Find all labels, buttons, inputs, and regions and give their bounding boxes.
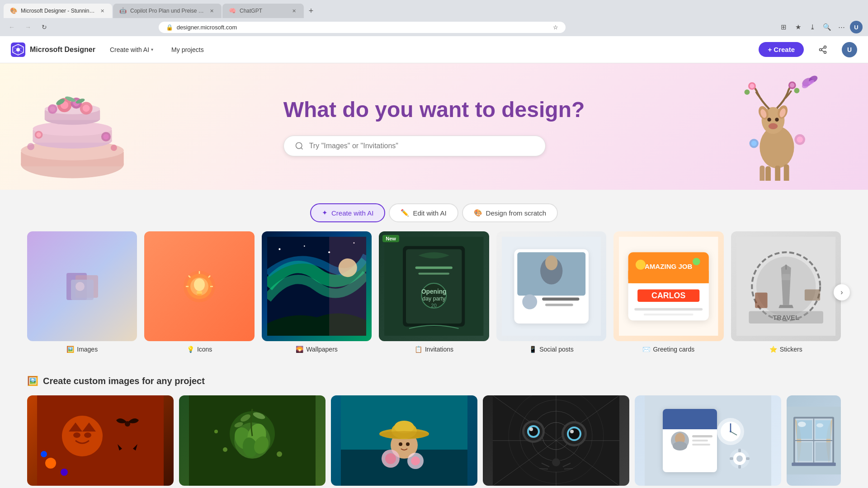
share-icon-button[interactable]	[815, 42, 831, 58]
svg-point-173	[529, 427, 533, 431]
svg-line-10	[821, 47, 824, 49]
nav-create-with-ai[interactable]: Create with AI ▾	[106, 43, 157, 56]
user-avatar[interactable]: U	[842, 42, 857, 57]
tab-1[interactable]: 🎨 Microsoft Designer - Stunning ... ✕	[4, 4, 112, 18]
nav-my-projects[interactable]: My projects	[168, 43, 208, 56]
svg-point-37	[296, 142, 302, 148]
nav-create-ai-chevron: ▾	[151, 47, 153, 52]
tab-3[interactable]: 🧠 ChatGPT ✕	[222, 4, 304, 18]
zoom-icon[interactable]: 🔍	[821, 21, 834, 33]
category-greeting-thumb: AMAZING JOB CARLOS	[613, 231, 723, 341]
search-input[interactable]	[309, 142, 534, 150]
svg-point-144	[277, 451, 282, 457]
svg-point-63	[797, 136, 803, 143]
scroll-next-arrow[interactable]: ›	[834, 284, 850, 300]
hero-search-bar[interactable]	[283, 136, 546, 156]
category-images[interactable]: 🖼️ Images	[27, 231, 137, 353]
svg-point-27	[83, 105, 90, 112]
refresh-button[interactable]: ↻	[38, 21, 51, 33]
svg-text:day party: day party	[423, 296, 446, 302]
svg-rect-52	[760, 165, 764, 181]
category-wallpapers[interactable]: 🌄 Wallpapers	[262, 231, 372, 353]
svg-point-36	[111, 145, 117, 151]
favorites-icon[interactable]: ★	[792, 21, 805, 33]
svg-point-34	[103, 134, 108, 139]
tab-bar: 🎨 Microsoft Designer - Stunning ... ✕ 🤖 …	[0, 0, 868, 18]
hero-content: What do you want to design?	[283, 97, 585, 156]
svg-point-59	[790, 83, 794, 88]
back-button[interactable]: ←	[5, 21, 18, 33]
filter-tabs: ✦ Create with AI ✏️ Edit with AI 🎨 Desig…	[0, 190, 868, 231]
category-invitations[interactable]: New	[379, 231, 489, 353]
url-bar[interactable]: 🔒 designer.microsoft.com ☆	[159, 22, 566, 33]
image-card-halloween[interactable]	[27, 395, 174, 486]
svg-rect-108	[628, 271, 709, 283]
category-stickers[interactable]: TRAVEL ⭐ Stickers	[731, 231, 841, 353]
tab-2-label: Copilot Pro Plan und Preise – F...	[130, 8, 204, 14]
invitations-icon: 📋	[415, 346, 422, 353]
svg-rect-204	[738, 465, 741, 469]
filter-tab-design-scratch[interactable]: 🎨 Design from scratch	[462, 203, 558, 222]
svg-rect-87	[329, 237, 366, 336]
section-title-text: Create custom images for any project	[43, 376, 205, 386]
svg-rect-205	[730, 457, 733, 460]
svg-rect-91	[415, 267, 453, 269]
filter-tab-create-ai[interactable]: ✦ Create with AI	[310, 203, 385, 222]
custom-images-section: 🖼️ Create custom images for any project	[0, 366, 868, 488]
image-card-spiderweb[interactable]	[483, 395, 629, 486]
svg-rect-50	[775, 165, 780, 181]
icons-icon: 💡	[187, 346, 194, 353]
extensions-icon[interactable]: ⊞	[778, 21, 790, 33]
tab-1-close[interactable]: ✕	[99, 7, 106, 14]
section-title: 🖼️ Create custom images for any project	[27, 375, 841, 386]
tab-3-favicon: 🧠	[229, 7, 236, 14]
url-text: designer.microsoft.com	[177, 24, 237, 31]
tab-2[interactable]: 🤖 Copilot Pro Plan und Preise – F... ✕	[113, 4, 222, 18]
svg-point-130	[61, 469, 68, 476]
browser-profile[interactable]: U	[850, 21, 863, 33]
svg-point-154	[399, 442, 402, 446]
tab-3-close[interactable]: ✕	[290, 7, 297, 14]
svg-point-153	[379, 431, 429, 438]
svg-text:20: 20	[431, 303, 437, 308]
svg-rect-115	[644, 314, 693, 315]
hero-left-decoration	[9, 72, 154, 190]
browser-actions: ⊞ ★ ⤓ 🔍 ⋯ U	[778, 21, 863, 33]
bookmark-star-icon[interactable]: ☆	[553, 24, 558, 31]
svg-point-177	[569, 428, 580, 439]
svg-point-113	[693, 258, 700, 265]
create-ai-tab-icon: ✦	[322, 209, 328, 217]
tab-3-label: ChatGPT	[240, 8, 287, 14]
category-icons-label: 💡 Icons	[187, 346, 212, 353]
filter-tab-edit-ai[interactable]: ✏️ Edit with AI	[389, 203, 458, 222]
svg-rect-192	[692, 435, 712, 437]
category-wallpapers-thumb	[262, 231, 372, 341]
category-icons[interactable]: 💡 Icons	[144, 231, 254, 353]
download-icon[interactable]: ⤓	[807, 21, 819, 33]
svg-point-143	[223, 447, 227, 452]
category-greeting-cards[interactable]: AMAZING JOB CARLOS ✉️	[613, 231, 723, 353]
browser-menu[interactable]: ⋯	[835, 21, 848, 33]
design-scratch-tab-label: Design from scratch	[486, 209, 546, 217]
svg-rect-104	[545, 304, 573, 306]
edit-ai-tab-label: Edit with AI	[413, 209, 446, 217]
logo-area[interactable]: Microsoft Designer	[11, 42, 95, 57]
image-card-tech[interactable]	[635, 395, 781, 486]
tab-2-close[interactable]: ✕	[208, 7, 215, 14]
create-button[interactable]: + Create	[759, 42, 804, 57]
svg-rect-103	[542, 297, 579, 300]
svg-point-60	[745, 89, 750, 95]
hero-title: What do you want to design?	[283, 97, 585, 122]
svg-rect-203	[738, 449, 741, 452]
image-card-sombrero[interactable]	[331, 395, 477, 486]
top-nav: Microsoft Designer Create with AI ▾ My p…	[0, 36, 868, 63]
forward-button[interactable]: →	[22, 21, 34, 33]
new-tab-button[interactable]: +	[305, 5, 317, 17]
svg-point-157	[385, 453, 396, 464]
logo-icon	[11, 42, 25, 57]
svg-point-202	[736, 455, 743, 462]
image-card-olives[interactable]	[179, 395, 326, 486]
category-social-posts[interactable]: 📱 Social posts	[496, 231, 606, 353]
edit-ai-tab-icon: ✏️	[401, 209, 409, 217]
image-card-window[interactable]	[787, 395, 841, 486]
